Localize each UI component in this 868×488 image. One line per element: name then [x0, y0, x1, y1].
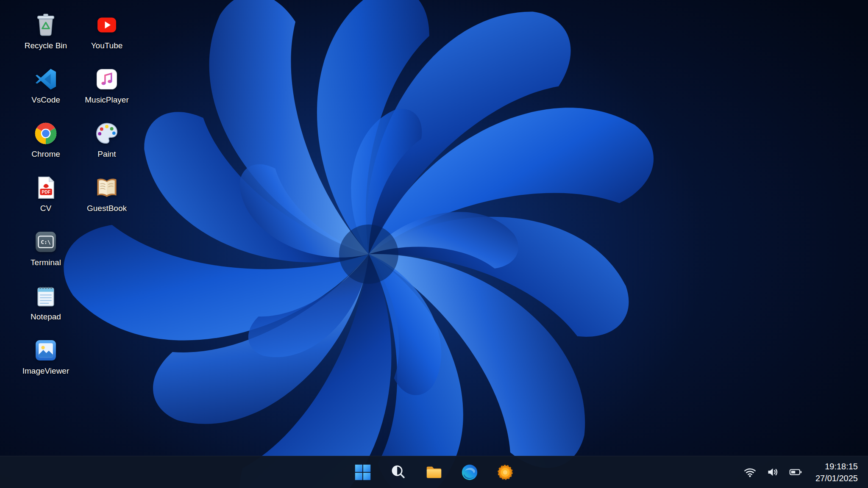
start-button[interactable] [351, 460, 375, 485]
pdf-badge-text: PDF [42, 190, 50, 194]
desktop-icon-label: Notepad [31, 312, 61, 322]
edge-browser-button[interactable] [457, 460, 482, 485]
orange-app-button[interactable] [493, 460, 517, 485]
desktop-icon-label: ImageViewer [22, 366, 70, 376]
desktop-icon-label: Recycle Bin [25, 41, 67, 50]
desktop-icon-label: Chrome [31, 150, 60, 159]
battery-icon[interactable] [787, 463, 805, 482]
desktop-icon-notepad[interactable]: Notepad [17, 280, 74, 334]
pdf-document-icon: PDF [33, 175, 59, 201]
file-explorer-button[interactable] [422, 460, 446, 485]
desktop-icon-label: MusicPlayer [85, 95, 128, 105]
search-icon [389, 463, 408, 482]
desktop-icon-label: Terminal [31, 258, 61, 267]
search-button[interactable] [386, 460, 411, 485]
terminal-prompt-text: C:\ [41, 239, 51, 245]
desktop-icon-guestbook[interactable]: GuestBook [78, 171, 135, 225]
taskbar-clock[interactable]: 19:18:15 27/01/2025 [811, 459, 862, 486]
wifi-icon[interactable] [741, 463, 760, 482]
image-viewer-icon [33, 337, 59, 363]
desktop-icon-youtube[interactable]: YouTube [78, 8, 135, 63]
system-tray: 19:18:15 27/01/2025 [741, 456, 862, 488]
desktop-icon-paint[interactable]: Paint [78, 117, 135, 171]
terminal-icon: C:\ [33, 229, 59, 255]
taskbar-app-buttons [351, 456, 517, 488]
desktop-icon-vscode[interactable]: VsCode [17, 63, 74, 117]
desktop-icon-terminal[interactable]: C:\ Terminal [17, 225, 74, 280]
file-explorer-folder-icon [424, 463, 444, 482]
desktop-icon-label: Paint [97, 150, 116, 159]
desktop-icon-label: CV [40, 204, 51, 213]
desktop-icon-imageviewer[interactable]: ImageViewer [17, 334, 74, 388]
desktop: Recycle Bin VsCode [0, 0, 868, 488]
orange-badge-icon [495, 463, 515, 482]
clock-time: 19:18:15 [815, 460, 858, 472]
desktop-icon-label: VsCode [31, 95, 60, 105]
music-note-icon [94, 66, 120, 92]
desktop-icon-recycle-bin[interactable]: Recycle Bin [17, 8, 74, 63]
desktop-icon-label: YouTube [91, 41, 123, 50]
windows-start-icon [353, 463, 373, 482]
volume-icon[interactable] [764, 463, 782, 482]
vscode-icon [33, 66, 59, 92]
edge-browser-icon [460, 463, 479, 482]
desktop-icon-grid: Recycle Bin VsCode [15, 8, 137, 388]
open-book-icon [94, 175, 120, 201]
desktop-icon-cv[interactable]: PDF CV [17, 171, 74, 225]
youtube-icon [94, 12, 120, 38]
recycle-bin-icon [33, 12, 59, 38]
desktop-icon-label: GuestBook [87, 204, 127, 213]
paint-palette-icon [94, 120, 120, 147]
desktop-icon-chrome[interactable]: Chrome [17, 117, 74, 171]
notepad-icon [33, 283, 59, 309]
desktop-icon-musicplayer[interactable]: MusicPlayer [78, 63, 135, 117]
chrome-icon [33, 120, 59, 147]
clock-date: 27/01/2025 [815, 472, 858, 484]
taskbar: 19:18:15 27/01/2025 [0, 456, 868, 488]
